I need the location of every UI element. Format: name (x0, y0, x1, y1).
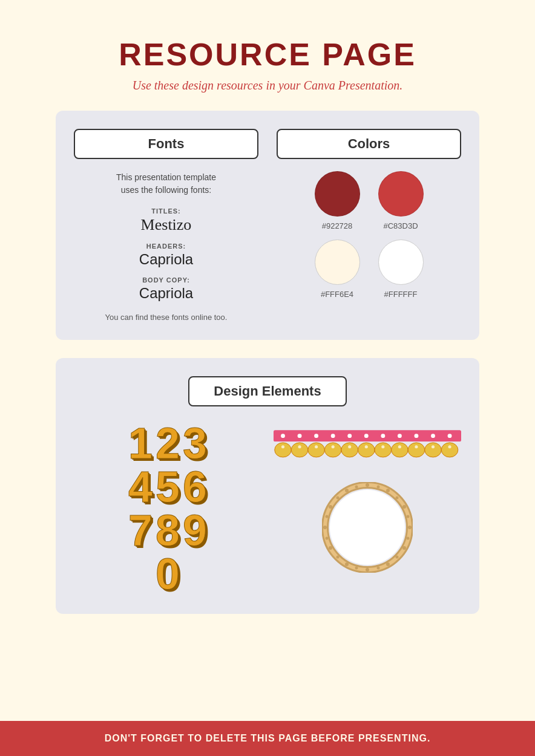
svg-point-15 (331, 434, 335, 438)
design-body: 1 2 3 4 5 6 7 8 9 0 (74, 422, 461, 596)
color-hex-2: #C83D3D (383, 221, 418, 230)
colors-row-1: #922728 #C83D3D (315, 171, 424, 230)
svg-point-54 (377, 567, 380, 570)
color-item-1: #922728 (315, 171, 360, 230)
svg-point-45 (329, 546, 332, 550)
svg-point-9 (408, 443, 425, 457)
svg-point-14 (314, 434, 318, 438)
header-section: RESOURCE PAGE Use these design resources… (119, 0, 416, 111)
svg-point-28 (365, 445, 368, 448)
color-circle-3 (315, 240, 360, 285)
scallop-ornament (274, 428, 461, 464)
numbers-row-1: 1 2 3 (128, 422, 207, 465)
circle-frame (322, 482, 413, 573)
fonts-heading-box: Fonts (74, 129, 258, 159)
number-4: 4 (128, 465, 153, 509)
color-hex-1: #922728 (322, 221, 353, 230)
svg-point-2 (291, 443, 308, 457)
headers-entry: HEADERS: Capriola (74, 243, 258, 268)
svg-point-1 (275, 443, 292, 457)
body-font: Capriola (139, 285, 193, 301)
fonts-footer: You can find these fonts online too. (74, 313, 258, 322)
svg-point-49 (377, 486, 380, 489)
numbers-row-2: 4 5 6 (128, 465, 207, 509)
svg-point-10 (425, 443, 442, 457)
numbers-display: 1 2 3 4 5 6 7 8 9 0 (74, 422, 261, 596)
scallop-svg (274, 428, 461, 464)
design-elements-title-wrap: Design Elements (74, 376, 461, 406)
svg-point-7 (375, 443, 392, 457)
colors-grid: #922728 #C83D3D #FFF6E4 (277, 171, 461, 299)
headers-font: Capriola (139, 251, 193, 267)
color-hex-4: #FFFFFF (384, 290, 418, 299)
fonts-colors-card: Fonts This presentation template uses th… (56, 111, 479, 340)
svg-point-39 (402, 505, 406, 509)
color-circle-4 (378, 240, 424, 285)
svg-point-52 (407, 537, 410, 540)
svg-point-37 (366, 483, 369, 487)
svg-point-22 (448, 434, 452, 438)
svg-point-51 (407, 515, 410, 518)
circle-frame-svg (322, 482, 413, 573)
titles-font: Mestizo (141, 216, 192, 233)
numbers-row-3: 7 8 9 (128, 509, 207, 552)
svg-point-33 (448, 445, 451, 448)
svg-point-48 (345, 489, 349, 492)
svg-point-30 (398, 445, 401, 448)
titles-label: TITLES: (74, 207, 258, 215)
design-elements-heading-box: Design Elements (188, 376, 346, 406)
svg-point-43 (366, 568, 369, 572)
svg-point-17 (364, 434, 369, 438)
svg-point-8 (392, 443, 409, 457)
ornaments-display (274, 422, 461, 573)
number-1: 1 (128, 422, 153, 465)
design-elements-card: Design Elements 1 2 3 4 5 6 7 8 9 (56, 358, 479, 614)
svg-point-6 (358, 443, 375, 457)
svg-point-13 (298, 434, 302, 438)
design-elements-heading: Design Elements (214, 383, 321, 399)
colors-section: Colors #922728 #C83D3D (277, 129, 461, 299)
color-item-4: #FFFFFF (378, 240, 424, 299)
svg-point-19 (398, 434, 402, 438)
svg-point-5 (341, 443, 358, 457)
svg-point-44 (345, 562, 349, 566)
svg-point-25 (315, 445, 318, 448)
colors-heading: Colors (348, 136, 390, 151)
body-entry: BODY COPY: Capriola (74, 276, 258, 302)
color-item-2: #C83D3D (378, 171, 424, 230)
svg-point-40 (408, 526, 412, 529)
svg-point-59 (336, 497, 340, 500)
colors-row-2: #FFF6E4 #FFFFFF (315, 240, 424, 299)
fonts-heading: Fonts (148, 136, 185, 151)
svg-point-21 (431, 434, 435, 438)
headers-label: HEADERS: (74, 243, 258, 250)
page-wrapper: RESOURCE PAGE Use these design resources… (0, 0, 535, 756)
main-title: RESOURCE PAGE (119, 36, 416, 73)
svg-point-12 (281, 434, 285, 438)
fonts-colors-grid: Fonts This presentation template uses th… (74, 129, 461, 322)
color-circle-2 (378, 171, 424, 217)
svg-point-46 (323, 526, 327, 529)
svg-point-55 (355, 567, 358, 570)
number-8: 8 (156, 509, 180, 552)
number-9: 9 (183, 509, 207, 552)
svg-point-42 (386, 562, 390, 566)
svg-point-57 (326, 537, 329, 540)
titles-entry: TITLES: Mestizo (74, 207, 258, 234)
svg-point-20 (415, 434, 419, 438)
subtitle: Use these design resources in your Canva… (119, 79, 416, 93)
svg-point-47 (329, 505, 332, 509)
number-5: 5 (156, 465, 180, 509)
svg-point-29 (381, 445, 384, 448)
number-0: 0 (156, 552, 180, 596)
svg-point-26 (332, 445, 335, 448)
numbers-row-4: 0 (156, 552, 180, 596)
svg-point-23 (281, 445, 284, 448)
svg-point-3 (308, 443, 325, 457)
svg-point-60 (355, 486, 358, 489)
svg-point-18 (381, 434, 385, 438)
footer-bar: DON'T FORGET TO DELETE THIS PAGE BEFORE … (0, 721, 535, 756)
svg-point-36 (330, 490, 405, 565)
number-3: 3 (183, 422, 207, 465)
number-2: 2 (156, 422, 180, 465)
